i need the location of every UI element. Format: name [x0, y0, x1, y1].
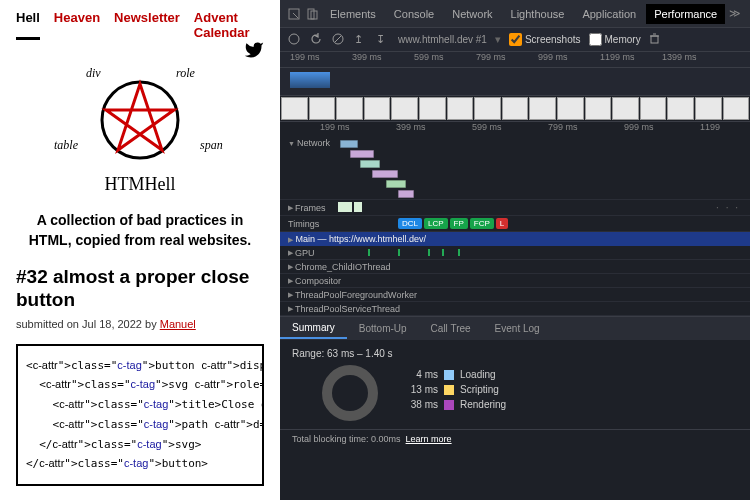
more-tabs-icon[interactable]: ≫ — [727, 6, 743, 22]
nav-advent[interactable]: Advent Calendar — [194, 10, 264, 40]
overview-ruler[interactable]: 199 ms399 ms599 ms799 ms999 ms1199 ms139… — [280, 52, 750, 68]
devtools-tabs: Elements Console Network Lighthouse Appl… — [280, 0, 750, 28]
subtab-calltree[interactable]: Call Tree — [419, 319, 483, 338]
twitter-icon[interactable] — [244, 40, 264, 64]
logo-label-span: span — [200, 138, 223, 153]
track-gpu: GPU — [295, 248, 315, 258]
blocking-footer: Total blocking time: 0.00ms Learn more — [280, 429, 750, 448]
nav-heaven[interactable]: Heaven — [54, 10, 100, 40]
perf-toolbar: ↥ ↧ www.htmhell.dev #1 ▾ Screenshots Mem… — [280, 28, 750, 52]
post-meta: submitted on Jul 18, 2022 by Manuel — [16, 318, 264, 330]
code-sample: <c-attr">class="c-tag">button c-attr">di… — [16, 344, 264, 486]
time-donut — [322, 365, 378, 421]
svg-rect-6 — [651, 36, 658, 43]
timeline-ruler[interactable]: 199 ms399 ms599 ms799 ms999 ms1199 — [280, 122, 750, 136]
range-text: Range: 63 ms – 1.40 s — [292, 348, 738, 359]
svg-point-4 — [289, 34, 299, 44]
site-nav: Hell Heaven Newsletter Advent Calendar — [16, 10, 264, 40]
track-main[interactable]: ▶ Main — https://www.htmhell.dev/ — [280, 232, 750, 246]
screenshots-checkbox[interactable]: Screenshots — [509, 33, 581, 46]
trash-icon[interactable] — [649, 33, 663, 47]
site-tagline: A collection of bad practices in HTML, c… — [16, 211, 264, 250]
nav-newsletter[interactable]: Newsletter — [114, 10, 180, 40]
subtab-bottomup[interactable]: Bottom-Up — [347, 319, 419, 338]
logo-label-role: role — [176, 66, 195, 81]
filmstrip[interactable] — [280, 96, 750, 122]
post-title: #32 almost a proper close button — [16, 266, 264, 312]
track-timings: Timings — [288, 219, 319, 229]
reload-icon[interactable] — [310, 33, 324, 47]
overview-chart[interactable] — [280, 68, 750, 96]
device-icon[interactable] — [304, 6, 320, 22]
summary-panel: Range: 63 ms – 1.40 s 4 msLoading13 msSc… — [280, 340, 750, 429]
subtab-summary[interactable]: Summary — [280, 318, 347, 339]
tab-application[interactable]: Application — [574, 4, 644, 24]
author-link[interactable]: Manuel — [160, 318, 196, 330]
tab-elements[interactable]: Elements — [322, 4, 384, 24]
tab-network[interactable]: Network — [444, 4, 500, 24]
track-network: Network — [297, 138, 330, 148]
clear-icon[interactable] — [332, 33, 346, 47]
pentagram-icon — [90, 70, 190, 170]
record-icon[interactable] — [288, 33, 302, 47]
site-logo: div role table span HTMHell — [16, 70, 264, 195]
save-icon[interactable]: ↧ — [376, 33, 390, 47]
svg-point-0 — [102, 82, 178, 158]
nav-hell[interactable]: Hell — [16, 10, 40, 40]
site-title: HTMHell — [16, 174, 264, 195]
tab-lighthouse[interactable]: Lighthouse — [503, 4, 573, 24]
flame-chart[interactable]: ▼Network ▶Frames · · · Timings DCLLCPFPF… — [280, 136, 750, 316]
load-icon[interactable]: ↥ — [354, 33, 368, 47]
summary-tabs: Summary Bottom-Up Call Tree Event Log — [280, 316, 750, 340]
subtab-eventlog[interactable]: Event Log — [483, 319, 552, 338]
logo-label-table: table — [54, 138, 78, 153]
tab-console[interactable]: Console — [386, 4, 442, 24]
recording-url[interactable]: www.htmhell.dev #1 — [398, 34, 487, 45]
tab-performance[interactable]: Performance — [646, 4, 725, 24]
inspect-icon[interactable] — [286, 6, 302, 22]
track-frames: Frames — [295, 203, 326, 213]
logo-label-div: div — [86, 66, 101, 81]
memory-checkbox[interactable]: Memory — [589, 33, 641, 46]
learn-more-link[interactable]: Learn more — [406, 434, 452, 444]
